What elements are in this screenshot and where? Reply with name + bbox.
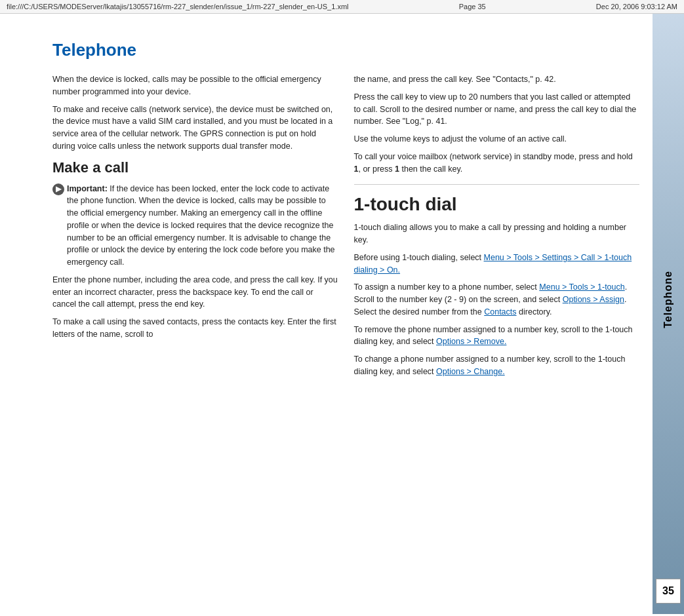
one-touch-p3-link3: Contacts bbox=[484, 307, 516, 317]
right-para-3: Use the volume keys to adjust the volume… bbox=[354, 133, 640, 145]
one-touch-p2-prefix: Before using 1-touch dialing, select bbox=[354, 253, 484, 262]
right-para-4: To call your voice mailbox (network serv… bbox=[354, 151, 640, 176]
one-touch-para-3: To assign a number key to a phone number… bbox=[354, 281, 640, 318]
page-number-box: 35 bbox=[656, 579, 681, 604]
one-touch-para-4: To remove the phone number assigned to a… bbox=[354, 324, 640, 349]
important-label: Important: bbox=[67, 184, 108, 193]
page-title: Telephone bbox=[52, 40, 639, 60]
main-content: Telephone When the device is locked, cal… bbox=[0, 14, 653, 614]
important-body: If the device has been locked, enter the… bbox=[67, 184, 335, 267]
one-touch-p3-link2: Options > Assign bbox=[563, 295, 624, 304]
page-container: Telephone When the device is locked, cal… bbox=[0, 14, 684, 614]
left-column: When the device is locked, calls may be … bbox=[52, 73, 338, 383]
filepath: file:///C:/USERS/MODEServer/lkatajis/130… bbox=[7, 3, 349, 10]
one-touch-p3-end2: directory. bbox=[517, 307, 552, 317]
one-touch-para-1: 1-touch dialing allows you to make a cal… bbox=[354, 221, 640, 246]
saved-contacts-para: To make a call using the saved contacts,… bbox=[52, 316, 338, 341]
right-para-1: the name, and press the call key. See "C… bbox=[354, 73, 640, 86]
page-number: 35 bbox=[662, 585, 674, 597]
two-column-layout: When the device is locked, calls may be … bbox=[52, 73, 639, 383]
one-touch-p4-link: Options > Remove. bbox=[436, 337, 506, 346]
page-label: Page 35 bbox=[459, 3, 486, 10]
important-icon: ▶ bbox=[52, 183, 64, 195]
sidebar-label: Telephone bbox=[662, 271, 674, 328]
one-touch-p3-prefix: To assign a number key to a phone number… bbox=[354, 282, 540, 292]
one-touch-heading: 1-touch dial bbox=[354, 194, 640, 215]
right-sidebar: Telephone 35 bbox=[653, 14, 684, 614]
intro-paragraph-1: When the device is locked, calls may be … bbox=[52, 73, 338, 98]
one-touch-p5-link: Options > Change. bbox=[436, 367, 505, 376]
top-bar: file:///C:/USERS/MODEServer/lkatajis/130… bbox=[0, 0, 684, 14]
make-a-call-heading: Make a call bbox=[52, 159, 338, 176]
section-divider bbox=[354, 184, 640, 185]
one-touch-p3-link1: Menu > Tools > 1-touch bbox=[539, 282, 624, 292]
important-block: ▶ Important: If the device has been lock… bbox=[52, 183, 338, 269]
intro-paragraph-2: To make and receive calls (network servi… bbox=[52, 104, 338, 153]
important-text: Important: If the device has been locked… bbox=[67, 183, 338, 269]
date: Dec 20, 2006 9:03:12 AM bbox=[596, 3, 677, 10]
enter-number-para: Enter the phone number, including the ar… bbox=[52, 274, 338, 311]
right-para-2: Press the call key to view up to 20 numb… bbox=[354, 91, 640, 128]
one-touch-para-5: To change a phone number assigned to a n… bbox=[354, 353, 640, 378]
right-column: the name, and press the call key. See "C… bbox=[354, 73, 640, 383]
one-touch-para-2: Before using 1-touch dialing, select Men… bbox=[354, 252, 640, 277]
